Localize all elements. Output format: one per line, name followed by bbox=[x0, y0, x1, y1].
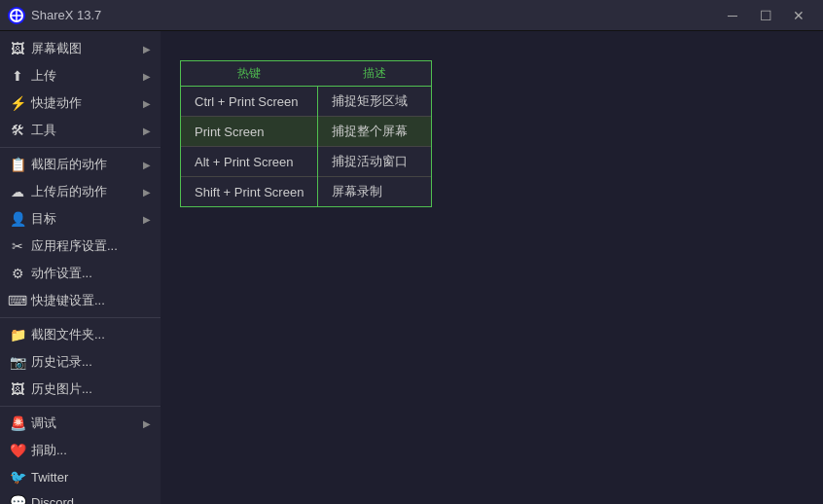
actionsettings-label: 动作设置... bbox=[31, 265, 151, 282]
sidebar-item-imagehistory[interactable]: 🖼 历史图片... bbox=[0, 376, 161, 403]
hotkey-cell: Print Screen bbox=[181, 117, 318, 147]
sidebar-item-tools[interactable]: 🛠 工具 ▶ bbox=[0, 117, 161, 144]
sidebar-item-twitter[interactable]: 🐦 Twitter bbox=[0, 464, 161, 489]
titlebar: ShareX 13.7 ─ ☐ ✕ bbox=[0, 0, 823, 31]
description-cell: 屏幕录制 bbox=[318, 177, 432, 207]
sidebar-item-discord[interactable]: 💬 Discord bbox=[0, 489, 161, 504]
appsettings-icon: ✂ bbox=[10, 238, 25, 254]
sidebar-item-hotkeysettings[interactable]: ⌨ 快捷键设置... bbox=[0, 287, 161, 314]
col-description-header: 描述 bbox=[318, 61, 432, 87]
appsettings-label: 应用程序设置... bbox=[31, 237, 151, 255]
description-cell: 捕捉活动窗口 bbox=[318, 147, 432, 177]
history-label: 历史记录... bbox=[31, 353, 151, 371]
aftercapture-label: 截图后的动作 bbox=[31, 156, 137, 173]
capturefolder-label: 截图文件夹... bbox=[31, 326, 151, 343]
history-icon: 📷 bbox=[10, 354, 25, 370]
sidebar: 🖼 屏幕截图 ▶ ⬆ 上传 ▶ ⚡ 快捷动作 ▶ 🛠 工具 ▶ 📋 截图后的动作… bbox=[0, 31, 161, 504]
sidebar-item-debug[interactable]: 🚨 调试 ▶ bbox=[0, 410, 161, 437]
sidebar-item-afterupload[interactable]: ☁ 上传后的动作 ▶ bbox=[0, 178, 161, 205]
actionsettings-icon: ⚙ bbox=[10, 266, 25, 281]
sidebar-item-appsettings[interactable]: ✂ 应用程序设置... bbox=[0, 233, 161, 260]
afterupload-arrow: ▶ bbox=[143, 187, 151, 198]
upload-icon: ⬆ bbox=[10, 68, 25, 84]
maximize-button[interactable]: ☐ bbox=[749, 0, 782, 31]
description-cell: 捕捉矩形区域 bbox=[318, 87, 432, 117]
sidebar-item-history[interactable]: 📷 历史记录... bbox=[0, 348, 161, 376]
hotkey-table: 热键 描述 Ctrl + Print Screen捕捉矩形区域Print Scr… bbox=[181, 61, 431, 206]
table-row[interactable]: Ctrl + Print Screen捕捉矩形区域 bbox=[181, 87, 431, 117]
app-icon bbox=[8, 7, 25, 24]
hotkey-cell: Ctrl + Print Screen bbox=[181, 87, 318, 117]
twitter-icon: 🐦 bbox=[10, 469, 25, 485]
sidebar-item-aftercapture[interactable]: 📋 截图后的动作 ▶ bbox=[0, 151, 161, 178]
sidebar-item-donate[interactable]: ❤️ 捐助... bbox=[0, 437, 161, 464]
titlebar-left: ShareX 13.7 bbox=[8, 7, 101, 24]
minimize-button[interactable]: ─ bbox=[716, 0, 749, 31]
table-row[interactable]: Shift + Print Screen屏幕录制 bbox=[181, 177, 431, 207]
debug-label: 调试 bbox=[31, 414, 137, 432]
sidebar-item-capturefolder[interactable]: 📁 截图文件夹... bbox=[0, 321, 161, 348]
window-controls: ─ ☐ ✕ bbox=[716, 0, 815, 31]
description-cell: 捕捉整个屏幕 bbox=[318, 117, 432, 147]
hotkeysettings-label: 快捷键设置... bbox=[31, 292, 151, 309]
col-hotkey-header: 热键 bbox=[181, 61, 318, 87]
sidebar-item-screenshot[interactable]: 🖼 屏幕截图 ▶ bbox=[0, 35, 161, 62]
table-row[interactable]: Print Screen捕捉整个屏幕 bbox=[181, 117, 431, 147]
app-title: ShareX 13.7 bbox=[31, 8, 101, 22]
imagehistory-icon: 🖼 bbox=[10, 381, 25, 397]
screenshot-icon: 🖼 bbox=[10, 41, 25, 56]
quickactions-icon: ⚡ bbox=[10, 95, 25, 111]
capturefolder-icon: 📁 bbox=[10, 327, 25, 342]
close-button[interactable]: ✕ bbox=[782, 0, 815, 31]
divider-1 bbox=[0, 147, 161, 148]
right-panel: 热键 描述 Ctrl + Print Screen捕捉矩形区域Print Scr… bbox=[161, 31, 823, 504]
debug-icon: 🚨 bbox=[10, 415, 25, 431]
twitter-label: Twitter bbox=[31, 470, 151, 485]
hotkeysettings-icon: ⌨ bbox=[10, 293, 25, 308]
quickactions-label: 快捷动作 bbox=[31, 94, 137, 112]
sidebar-item-actionsettings[interactable]: ⚙ 动作设置... bbox=[0, 260, 161, 287]
divider-3 bbox=[0, 406, 161, 407]
sidebar-item-destinations[interactable]: 👤 目标 ▶ bbox=[0, 205, 161, 233]
afterupload-label: 上传后的动作 bbox=[31, 183, 137, 200]
debug-arrow: ▶ bbox=[143, 418, 151, 429]
destinations-arrow: ▶ bbox=[143, 214, 151, 225]
upload-arrow: ▶ bbox=[143, 71, 151, 82]
sidebar-item-quickactions[interactable]: ⚡ 快捷动作 ▶ bbox=[0, 90, 161, 117]
afterupload-icon: ☁ bbox=[10, 184, 25, 199]
destinations-label: 目标 bbox=[31, 210, 137, 228]
destinations-icon: 👤 bbox=[10, 211, 25, 227]
tools-arrow: ▶ bbox=[143, 126, 151, 136]
aftercapture-arrow: ▶ bbox=[143, 160, 151, 170]
aftercapture-icon: 📋 bbox=[10, 157, 25, 172]
discord-label: Discord bbox=[31, 495, 151, 505]
hotkey-cell: Shift + Print Screen bbox=[181, 177, 318, 207]
upload-label: 上传 bbox=[31, 67, 137, 85]
hotkey-cell: Alt + Print Screen bbox=[181, 147, 318, 177]
screenshot-label: 屏幕截图 bbox=[31, 40, 137, 57]
sidebar-item-upload[interactable]: ⬆ 上传 ▶ bbox=[0, 62, 161, 90]
divider-2 bbox=[0, 317, 161, 318]
quickactions-arrow: ▶ bbox=[143, 98, 151, 109]
main-content: 🖼 屏幕截图 ▶ ⬆ 上传 ▶ ⚡ 快捷动作 ▶ 🛠 工具 ▶ 📋 截图后的动作… bbox=[0, 31, 823, 504]
discord-icon: 💬 bbox=[10, 494, 25, 504]
donate-icon: ❤️ bbox=[10, 443, 25, 458]
tools-label: 工具 bbox=[31, 122, 137, 139]
imagehistory-label: 历史图片... bbox=[31, 380, 151, 398]
tools-icon: 🛠 bbox=[10, 123, 25, 138]
donate-label: 捐助... bbox=[31, 442, 151, 459]
hotkey-table-wrapper: 热键 描述 Ctrl + Print Screen捕捉矩形区域Print Scr… bbox=[180, 60, 432, 207]
table-row[interactable]: Alt + Print Screen捕捉活动窗口 bbox=[181, 147, 431, 177]
screenshot-arrow: ▶ bbox=[143, 44, 151, 54]
